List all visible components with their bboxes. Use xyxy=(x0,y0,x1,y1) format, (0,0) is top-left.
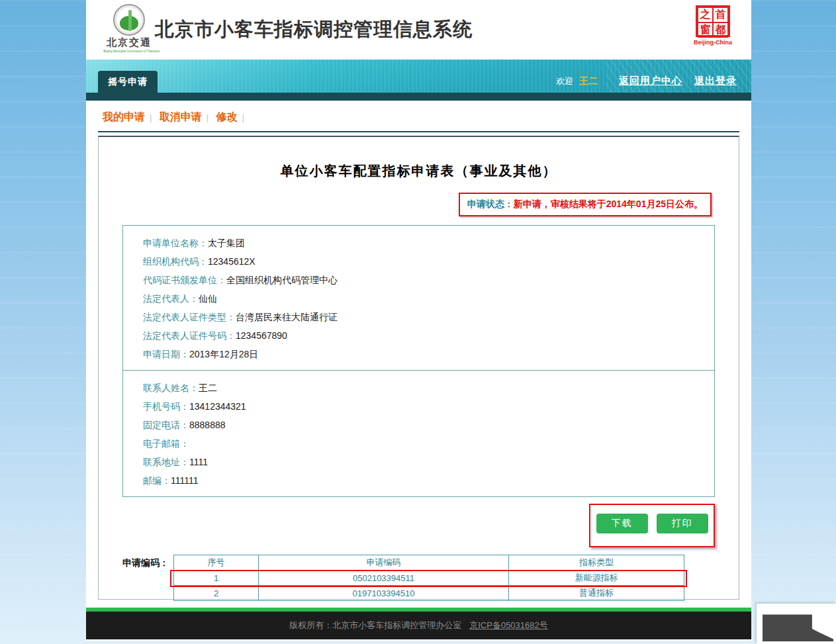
footer: 版权所有：北京市小客车指标调控管理办公室 京ICP备05031682号 xyxy=(86,612,751,639)
username: 王二 xyxy=(579,75,598,87)
field-org-code: 组织机构代码：12345612X xyxy=(143,252,714,271)
subnav-item-cancel-application[interactable]: 取消申请 xyxy=(160,111,202,122)
field-landline: 固定电话：8888888 xyxy=(143,416,714,434)
contact-info-section: 联系人姓名：王二 手机号码：13412344321 固定电话：8888888 电… xyxy=(123,370,714,496)
field-email: 电子邮箱： xyxy=(143,434,714,453)
form-title: 单位小客车配置指标申请表（事业及其他） xyxy=(122,162,715,180)
subnav-separator: | xyxy=(150,113,152,122)
application-codes-area: 申请编码： 序号 申请编码 指标类型 1 0502103394511 新能源指标 xyxy=(122,555,715,601)
subnav-separator: | xyxy=(242,113,244,122)
field-rep-id-number: 法定代表人证件号码：1234567890 xyxy=(143,326,714,345)
subnav: 我的申请| 取消申请| 修改| xyxy=(98,101,739,132)
application-codes-table-wrap: 序号 申请编码 指标类型 1 0502103394511 新能源指标 2 019… xyxy=(173,555,684,601)
field-address: 联系地址：1111 xyxy=(143,453,714,471)
capital-window-logo: 之 首 窗 都 Beijing-China xyxy=(692,5,734,46)
seal-char: 首 xyxy=(713,7,728,23)
col-header-quota-type: 指标类型 xyxy=(509,555,684,571)
field-apply-date: 申请日期：2013年12月28日 xyxy=(143,345,714,363)
tab-lottery-application[interactable]: 摇号申请 xyxy=(98,71,158,93)
status-label: 申请状态： xyxy=(467,199,514,209)
welcome-label: 欢迎 xyxy=(556,75,573,87)
navbar-bottom-strip xyxy=(86,93,751,101)
capital-window-seal-icon: 之 首 窗 都 xyxy=(696,5,730,37)
field-unit-name: 申请单位名称：太子集团 xyxy=(143,234,714,252)
table-row: 1 0502103394511 新能源指标 xyxy=(174,571,684,586)
unit-info-section: 申请单位名称：太子集团 组织机构代码：12345612X 代码证书颁发单位：全国… xyxy=(123,226,714,370)
col-header-seq: 序号 xyxy=(174,555,259,571)
main-panel: 单位小客车配置指标申请表（事业及其他） 申请状态：新申请，审核结果将于2014年… xyxy=(98,136,739,600)
print-button[interactable]: 打印 xyxy=(657,514,708,533)
field-rep-id-type: 法定代表人证件类型：台湾居民来往大陆通行证 xyxy=(143,308,714,326)
table-header-row: 序号 申请编码 指标类型 xyxy=(174,555,684,571)
page-title: 北京市小客车指标调控管理信息系统 xyxy=(155,17,473,43)
field-legal-rep: 法定代表人：仙仙 xyxy=(143,289,714,308)
beijing-transport-emblem-icon xyxy=(113,4,145,36)
subnav-item-my-applications[interactable]: 我的申请 xyxy=(103,111,145,122)
seal-char: 之 xyxy=(698,7,713,23)
logo-subtext: Beijing Municipal Commission of Transpor… xyxy=(103,49,154,52)
header: 北京交通 Beijing Municipal Commission of Tra… xyxy=(86,0,751,60)
return-user-center-link[interactable]: 返回用户中心 xyxy=(619,75,682,87)
col-header-code: 申请编码 xyxy=(259,555,509,571)
logout-link[interactable]: 退出登录 xyxy=(694,75,737,87)
buttons-highlight-box: 下载 打印 xyxy=(589,504,715,547)
field-zipcode: 邮编：111111 xyxy=(143,471,714,490)
field-contact-name: 联系人姓名：王二 xyxy=(143,379,714,397)
user-links: 欢迎 王二 返回用户中心 退出登录 xyxy=(556,75,737,87)
application-codes-label: 申请编码： xyxy=(122,555,173,601)
table-row: 2 0197103394510 普通指标 xyxy=(174,586,684,601)
application-status-box: 申请状态：新申请，审核结果将于2014年01月25日公布。 xyxy=(459,193,712,216)
subnav-item-modify[interactable]: 修改 xyxy=(216,111,238,122)
page: 北京交通 Beijing Municipal Commission of Tra… xyxy=(86,0,751,641)
seal-caption: Beijing-China xyxy=(692,39,734,46)
field-cert-issuer: 代码证书颁发单位：全国组织机构代码管理中心 xyxy=(143,271,714,289)
navbar: 摇号申请 欢迎 王二 返回用户中心 退出登录 xyxy=(86,60,751,101)
corner-overlay-shape xyxy=(763,612,833,641)
status-message: 新申请，审核结果将于2014年01月25日公布。 xyxy=(514,199,703,209)
field-mobile: 手机号码：13412344321 xyxy=(143,397,714,416)
logo-text: 北京交通 xyxy=(101,36,158,49)
seal-char: 窗 xyxy=(698,23,713,38)
subnav-separator: | xyxy=(207,113,209,122)
download-button[interactable]: 下载 xyxy=(596,514,648,533)
application-form: 申请单位名称：太子集团 组织机构代码：12345612X 代码证书颁发单位：全国… xyxy=(122,225,715,497)
copyright-text: 版权所有：北京市小客车指标调控管理办公室 xyxy=(289,620,461,631)
corner-overlay xyxy=(757,604,836,644)
icp-license-link[interactable]: 京ICP备05031682号 xyxy=(469,620,548,631)
seal-char: 都 xyxy=(713,23,728,38)
beijing-transport-logo: 北京交通 Beijing Municipal Commission of Tra… xyxy=(101,4,158,53)
application-codes-table: 序号 申请编码 指标类型 1 0502103394511 新能源指标 2 019… xyxy=(173,555,684,601)
